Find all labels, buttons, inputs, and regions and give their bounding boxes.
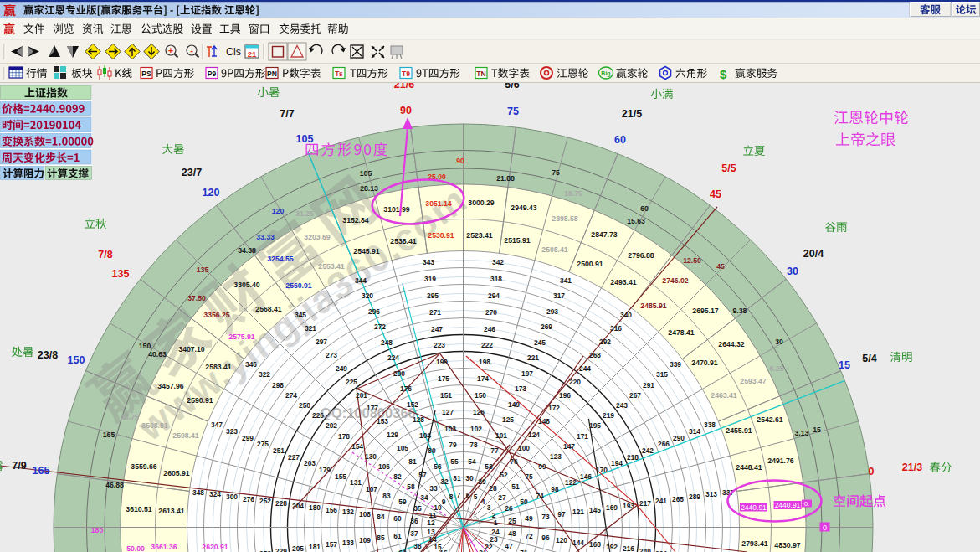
svg-text:97: 97 <box>557 510 566 518</box>
svg-text:125: 125 <box>502 415 514 424</box>
svg-text:220: 220 <box>569 378 581 386</box>
svg-text:128: 128 <box>413 415 424 424</box>
svg-text:3254.55: 3254.55 <box>267 255 294 263</box>
svg-text:105: 105 <box>360 169 372 178</box>
svg-text:2605.91: 2605.91 <box>163 469 190 477</box>
svg-text:25: 25 <box>508 517 516 525</box>
svg-text:82: 82 <box>393 472 402 481</box>
svg-text:30: 30 <box>787 266 798 277</box>
svg-text:2593.47: 2593.47 <box>740 377 767 385</box>
svg-text:121: 121 <box>572 508 584 516</box>
svg-text:34.38: 34.38 <box>238 246 256 255</box>
svg-text:45: 45 <box>710 188 721 200</box>
svg-text:204: 204 <box>292 502 304 510</box>
svg-text:60: 60 <box>640 204 649 213</box>
svg-text:21: 21 <box>248 49 257 59</box>
svg-text:176: 176 <box>400 384 412 393</box>
svg-text:133: 133 <box>342 539 354 547</box>
svg-text:147: 147 <box>563 442 575 451</box>
svg-text:52: 52 <box>500 471 508 479</box>
svg-text:130: 130 <box>365 452 377 461</box>
svg-text:217: 217 <box>639 499 651 508</box>
svg-text:47: 47 <box>505 542 513 550</box>
svg-text:7/8: 7/8 <box>98 249 112 261</box>
svg-text:75: 75 <box>552 168 560 177</box>
svg-text:289: 289 <box>689 493 700 501</box>
svg-text:243: 243 <box>616 401 628 410</box>
svg-text:3: 3 <box>487 503 491 512</box>
svg-text:50.00: 50.00 <box>126 544 145 552</box>
svg-text:129: 129 <box>387 431 398 439</box>
svg-text:123: 123 <box>550 452 562 461</box>
svg-text:83: 83 <box>382 492 391 500</box>
svg-text:6: 6 <box>466 491 470 499</box>
svg-text:295: 295 <box>427 291 439 300</box>
svg-text:2523.41: 2523.41 <box>466 231 493 240</box>
svg-text:58: 58 <box>407 482 415 491</box>
svg-text:21/3: 21/3 <box>902 462 922 473</box>
svg-text:Big: Big <box>601 70 610 77</box>
svg-text:198: 198 <box>479 358 490 366</box>
svg-text:2590.91: 2590.91 <box>187 396 213 405</box>
svg-text:170: 170 <box>596 466 608 474</box>
svg-text:30: 30 <box>775 338 783 346</box>
svg-text:28.13: 28.13 <box>360 184 378 193</box>
svg-text:153: 153 <box>377 417 388 426</box>
svg-text:2478.41: 2478.41 <box>668 328 695 337</box>
svg-text:322: 322 <box>259 370 270 379</box>
svg-text:21/5: 21/5 <box>622 108 642 120</box>
svg-text:98: 98 <box>551 485 559 493</box>
svg-text:106: 106 <box>378 462 390 471</box>
svg-text:-: - <box>190 45 193 55</box>
svg-text:192: 192 <box>606 543 618 551</box>
svg-text:131: 131 <box>350 478 362 487</box>
svg-text:102: 102 <box>470 425 482 433</box>
svg-text:15: 15 <box>813 426 821 434</box>
svg-text:2491.76: 2491.76 <box>767 457 794 465</box>
svg-text:196: 196 <box>559 391 571 400</box>
svg-text:53: 53 <box>485 462 493 471</box>
svg-text:318: 318 <box>490 275 502 283</box>
svg-text:31.25: 31.25 <box>295 209 314 218</box>
svg-text:195: 195 <box>589 421 601 430</box>
svg-text:3407.10: 3407.10 <box>178 345 205 353</box>
svg-text:271: 271 <box>429 308 441 317</box>
svg-text:60: 60 <box>614 134 626 146</box>
svg-text:2515.91: 2515.91 <box>504 236 531 245</box>
svg-text:171: 171 <box>577 432 588 441</box>
svg-text:338: 338 <box>704 420 716 429</box>
svg-text:224: 224 <box>387 353 399 362</box>
svg-text:223: 223 <box>434 341 445 349</box>
svg-text:12.50: 12.50 <box>683 256 701 265</box>
svg-text:55: 55 <box>450 457 459 466</box>
svg-text:240: 240 <box>639 547 651 552</box>
svg-text:150: 150 <box>475 391 486 400</box>
svg-text:2560.91: 2560.91 <box>285 281 312 290</box>
svg-text:180: 180 <box>91 526 104 534</box>
svg-text:99: 99 <box>538 462 546 471</box>
svg-text:244: 244 <box>579 364 591 373</box>
svg-text:100: 100 <box>518 444 530 452</box>
svg-text:169: 169 <box>606 503 618 512</box>
svg-text:248: 248 <box>381 338 393 347</box>
svg-text:3101.99: 3101.99 <box>383 205 410 214</box>
svg-text:4: 4 <box>481 498 485 506</box>
svg-text:2493.41: 2493.41 <box>610 278 637 286</box>
svg-text:38: 38 <box>413 542 422 550</box>
svg-text:316: 316 <box>610 324 622 333</box>
svg-text:109: 109 <box>359 536 371 544</box>
svg-text:299: 299 <box>242 434 254 442</box>
svg-text:154: 154 <box>351 442 363 451</box>
svg-text:+: + <box>168 45 173 55</box>
svg-text:201: 201 <box>356 391 367 400</box>
svg-text:2440.91: 2440.91 <box>775 501 801 509</box>
svg-text:61: 61 <box>393 532 402 540</box>
svg-text:90: 90 <box>456 157 464 165</box>
svg-text:319: 319 <box>424 275 436 283</box>
svg-text:2949.43: 2949.43 <box>511 204 537 212</box>
svg-text:40.63: 40.63 <box>148 350 167 359</box>
svg-text:2530.91: 2530.91 <box>428 231 454 240</box>
svg-text:155: 155 <box>335 472 346 481</box>
svg-text:85: 85 <box>377 534 385 542</box>
svg-text:34: 34 <box>420 493 428 502</box>
